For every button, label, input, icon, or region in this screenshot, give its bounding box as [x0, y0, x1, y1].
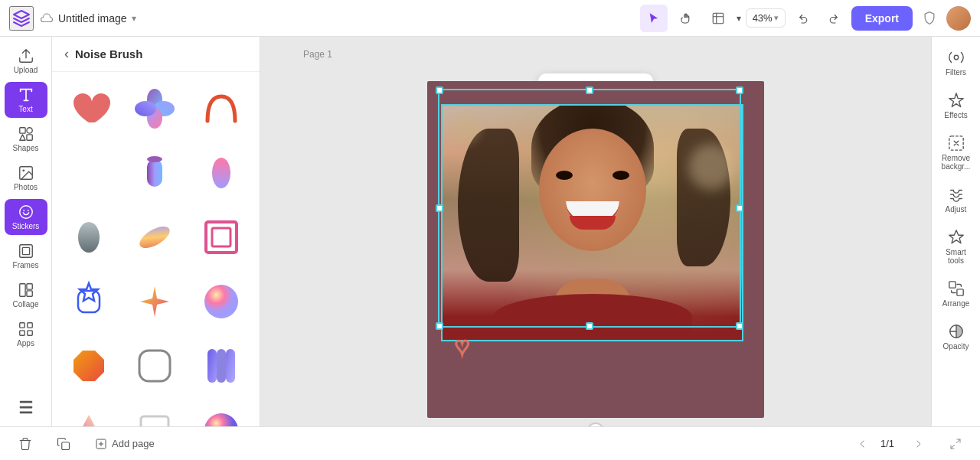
right-tool-smart[interactable]: Smart tools — [936, 223, 976, 271]
arch-sticker-icon — [200, 87, 243, 130]
right-tool-effects[interactable]: Effects — [936, 86, 976, 126]
sphere-sticker-icon — [200, 280, 243, 323]
sidebar-item-collage[interactable]: Collage — [5, 277, 47, 313]
sticker-crescent[interactable] — [58, 142, 119, 204]
zoom-control[interactable]: 43% ▾ — [746, 8, 786, 28]
sticker-4petal[interactable] — [124, 78, 185, 139]
sidebar-item-text[interactable]: Text — [5, 82, 47, 118]
frame-dropdown-icon[interactable]: ▾ — [737, 13, 741, 24]
handle-top-left[interactable] — [436, 86, 443, 94]
redo-button[interactable] — [819, 5, 847, 32]
sticker-frame-square[interactable] — [191, 207, 252, 268]
photo-background — [443, 106, 742, 340]
sticker-panel: ‹ Noise Brush — [52, 37, 260, 426]
sidebar-item-more[interactable] — [5, 394, 47, 420]
sidebar-item-upload[interactable]: Upload — [5, 43, 47, 79]
svg-rect-13 — [26, 291, 31, 296]
right-tool-remove-bg[interactable]: Remove backgr... — [936, 129, 976, 177]
sticker-accordion[interactable] — [191, 335, 252, 396]
handle-top-right[interactable] — [736, 86, 743, 94]
sticker-blob[interactable] — [58, 207, 119, 268]
sticker-diagonal[interactable] — [124, 207, 185, 268]
right-tool-adjust[interactable]: Adjust — [936, 180, 976, 220]
svg-rect-37 — [217, 349, 226, 383]
frame-tool-button[interactable] — [704, 5, 732, 32]
right-eye — [612, 171, 629, 180]
sticker-panel-back-button[interactable]: ‹ — [64, 46, 69, 62]
oval-sticker-icon — [200, 152, 243, 194]
sidebar-item-photos[interactable]: Photos — [5, 160, 47, 196]
canvas-container: ··· — [427, 81, 764, 418]
redo-icon — [826, 11, 840, 25]
right-tool-filters[interactable]: Filters — [936, 43, 976, 83]
sticker-arch[interactable] — [191, 78, 252, 139]
sticker-triangle[interactable] — [58, 400, 119, 426]
shield-button[interactable] — [917, 6, 942, 31]
hair-left — [458, 129, 519, 282]
shirt — [493, 294, 692, 340]
text-label: Text — [18, 105, 32, 113]
add-page-button[interactable]: Add page — [89, 435, 161, 453]
left-sidebar: Upload Text Shapes P — [0, 37, 52, 426]
svg-rect-0 — [713, 13, 724, 24]
gradient-ball-sticker-icon — [200, 409, 243, 426]
sticker-gradient-ball[interactable] — [191, 400, 252, 426]
svg-rect-38 — [226, 349, 235, 383]
avatar[interactable] — [946, 6, 971, 31]
svg-rect-40 — [141, 416, 168, 426]
collage-icon — [18, 282, 34, 299]
svg-point-7 — [23, 210, 24, 211]
sticker-cylinder[interactable] — [124, 142, 185, 204]
accordion-sticker-icon — [200, 344, 243, 387]
duplicate-button[interactable] — [51, 434, 77, 454]
svg-point-8 — [27, 210, 28, 211]
stickers-icon — [18, 204, 34, 220]
undo-redo-group — [790, 5, 847, 32]
document-title[interactable]: Untitled image — [58, 12, 127, 24]
square-border-sticker-icon — [133, 409, 176, 426]
prev-page-button[interactable] — [850, 432, 874, 456]
select-tool-button[interactable] — [640, 5, 668, 32]
export-button[interactable]: Export — [851, 6, 913, 31]
sticker-sparkle[interactable] — [124, 271, 185, 332]
sticker-heart[interactable] — [58, 78, 119, 139]
svg-rect-52 — [956, 289, 962, 295]
undo-button[interactable] — [790, 5, 818, 32]
logo-button[interactable] — [9, 6, 34, 31]
sticker-badge[interactable] — [58, 271, 119, 332]
svg-rect-11 — [19, 284, 24, 297]
next-page-button[interactable] — [906, 432, 931, 456]
selected-image-container[interactable] — [441, 104, 743, 341]
blob-sticker-icon — [67, 216, 110, 259]
rotate-handle[interactable] — [586, 422, 605, 426]
delete-button[interactable] — [12, 434, 38, 454]
sidebar-item-frames[interactable]: Frames — [5, 238, 47, 274]
canvas-wrapper[interactable]: ♥ — [427, 81, 764, 418]
svg-rect-18 — [19, 401, 32, 403]
svg-point-29 — [136, 222, 173, 252]
sticker-oval[interactable] — [191, 142, 252, 204]
sidebar-item-apps[interactable]: Apps — [5, 316, 47, 352]
fit-page-button[interactable] — [943, 432, 968, 456]
smart-tools-icon — [948, 229, 965, 246]
sidebar-item-stickers[interactable]: Stickers — [5, 199, 47, 235]
right-tool-opacity[interactable]: Opacity — [936, 317, 976, 357]
svg-marker-34 — [74, 351, 104, 381]
svg-rect-9 — [19, 245, 32, 258]
right-tool-arrange[interactable]: Arrange — [936, 274, 976, 314]
title-dropdown-icon[interactable]: ▾ — [132, 13, 136, 24]
handle-top-mid[interactable] — [586, 86, 593, 94]
header: Untitled image ▾ ▾ 43% ▾ — [0, 0, 980, 37]
upload-icon — [18, 47, 34, 64]
sticker-frame-rounded[interactable] — [124, 335, 185, 396]
upload-label: Upload — [14, 66, 38, 74]
heart-sticker-canvas[interactable]: ♥ — [455, 332, 469, 360]
svg-rect-12 — [26, 284, 31, 289]
sticker-sphere[interactable] — [191, 271, 252, 332]
hand-tool-button[interactable] — [672, 5, 700, 32]
sticker-square-border[interactable] — [124, 400, 185, 426]
undo-icon — [797, 11, 811, 25]
sticker-octagon[interactable] — [58, 335, 119, 396]
collage-label: Collage — [13, 300, 39, 308]
sidebar-item-shapes[interactable]: Shapes — [5, 121, 47, 157]
